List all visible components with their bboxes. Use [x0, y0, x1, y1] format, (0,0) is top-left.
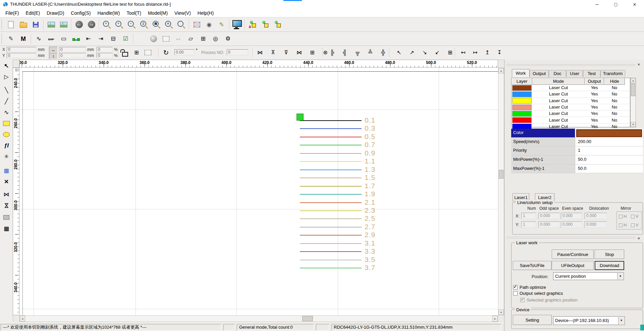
to-bottom-edge-button[interactable]: ↧: [494, 47, 504, 58]
layer-output[interactable]: Yes: [585, 85, 604, 91]
layer-row[interactable]: Laser Cut Yes No: [512, 111, 630, 117]
layer-color-swatch[interactable]: [512, 85, 532, 91]
scroll-down-button[interactable]: [498, 310, 504, 315]
test-line-label-2.7[interactable]: 2.7: [365, 223, 375, 231]
curve-tool-button[interactable]: ∿: [33, 33, 45, 45]
layer-row[interactable]: Laser Cut Yes No: [512, 104, 630, 111]
layer-output[interactable]: Yes: [585, 117, 604, 123]
simulate-run-button[interactable]: ◎: [209, 33, 222, 45]
layer-mode[interactable]: Laser Cut: [532, 91, 585, 97]
panel-close-icon[interactable]: [637, 62, 641, 67]
scale-y-field[interactable]: 0: [97, 53, 113, 58]
shear-tool-button[interactable]: ▱: [184, 33, 197, 45]
align-top-right-button[interactable]: ↗: [407, 47, 417, 58]
tab-transform[interactable]: Transform: [600, 70, 625, 77]
test-line-label-3.3[interactable]: 3.3: [365, 247, 375, 255]
test-line-3.1[interactable]: [300, 243, 362, 244]
menu-item-tool[interactable]: Tool(T): [123, 10, 145, 16]
grid-tool-button[interactable]: ▦: [1, 166, 11, 176]
save-to-ufile-button[interactable]: SaveToUFile: [513, 261, 551, 270]
text-tool-button[interactable]: M: [17, 33, 30, 45]
mirrorh-tool-button[interactable]: ⋈: [1, 189, 11, 199]
horizontal-scroll-thumb[interactable]: [302, 316, 313, 321]
layer-hide[interactable]: No: [604, 98, 625, 104]
vertical-scroll-thumb[interactable]: [499, 170, 503, 179]
test-line-0.3[interactable]: [300, 128, 362, 129]
test-line-2.9[interactable]: [300, 235, 362, 236]
test-line-label-1.7[interactable]: 1.7: [365, 182, 375, 190]
select-tool-button[interactable]: ↖: [1, 61, 11, 71]
height-lock-icon[interactable]: ↕: [49, 53, 58, 59]
close-lines-button[interactable]: ╦: [353, 47, 363, 58]
device-dropdown-icon[interactable]: [618, 317, 624, 324]
layer-color-swatch[interactable]: [512, 111, 532, 117]
dimension-left-button[interactable]: ⇤: [82, 33, 95, 45]
mirrorv-tool-button[interactable]: ⋈: [1, 200, 11, 210]
device-setting-button[interactable]: Setting: [513, 315, 552, 325]
measure-tool-button[interactable]: [1, 212, 11, 222]
save-file-button[interactable]: [30, 18, 42, 30]
test-line-0.9[interactable]: [300, 153, 362, 154]
printer-tool-button[interactable]: ⊟: [107, 33, 119, 45]
zoom-free-button[interactable]: [175, 18, 187, 30]
menu-item-model[interactable]: Model(M): [145, 10, 171, 16]
property-row-color[interactable]: Color: [511, 129, 643, 138]
delete-tool-button[interactable]: ✕: [1, 177, 11, 187]
layer-row[interactable]: Laser Cut Yes No: [512, 91, 630, 97]
tab-output[interactable]: Output: [530, 70, 549, 77]
blank-tool-button[interactable]: [135, 33, 147, 45]
array-tool-button[interactable]: ▩: [1, 223, 11, 234]
vertical-scrollbar[interactable]: [498, 68, 504, 315]
pause-continue-button[interactable]: Pause/Continue: [552, 250, 594, 259]
layer-scroll-up[interactable]: [631, 78, 636, 83]
polyline-tool-button[interactable]: ╱: [1, 96, 11, 106]
join-lines-button[interactable]: ╩: [365, 47, 375, 58]
position-combobox[interactable]: Current position: [553, 272, 624, 280]
zoom-to-selection-button[interactable]: A: [163, 18, 175, 30]
curve2-tool-button[interactable]: ∿: [1, 107, 11, 117]
maximize-button[interactable]: [606, 0, 625, 9]
menu-item-file[interactable]: File(F): [2, 10, 22, 16]
tab-user[interactable]: User: [566, 70, 583, 77]
layer-color-swatch[interactable]: [576, 129, 642, 137]
nine-point-origin-button[interactable]: ⊞: [131, 47, 142, 58]
layer-scroll-down[interactable]: [631, 122, 636, 127]
test-line-label-2.5[interactable]: 2.5: [365, 214, 375, 222]
pencil-tool-button[interactable]: ✎: [5, 33, 17, 45]
panel-tool-button[interactable]: ⊞: [197, 33, 209, 45]
layer-hide[interactable]: No: [604, 117, 625, 123]
rectangle-tool-button[interactable]: ▭: [57, 33, 70, 45]
to-top-edge-button[interactable]: ↥: [482, 47, 492, 58]
menu-item-view[interactable]: View(V): [171, 10, 194, 16]
property-row-priority[interactable]: Priority 1: [511, 146, 643, 155]
new-file-button[interactable]: [5, 18, 17, 30]
output-select-row[interactable]: Output select graphics: [513, 291, 563, 296]
layer-row[interactable]: Laser Cut Yes No: [512, 98, 630, 104]
test-line-0.1[interactable]: [300, 120, 362, 121]
test-line-label-0.9[interactable]: 0.9: [365, 149, 375, 157]
menu-item-edit[interactable]: Edit(E): [22, 10, 43, 16]
layer-output[interactable]: Yes: [585, 104, 604, 110]
shear-align-button[interactable]: ⋈: [294, 47, 304, 58]
test-line-2.7[interactable]: [300, 227, 362, 227]
laser-panel-close-icon[interactable]: [637, 236, 641, 241]
text2-tool-button[interactable]: ƒI: [1, 140, 11, 150]
test-line-1.3[interactable]: [300, 170, 362, 170]
selection-handle[interactable]: [297, 114, 304, 121]
test-line-label-2.1[interactable]: 2.1: [365, 198, 375, 206]
test-line-label-0.1[interactable]: 0.1: [365, 116, 375, 124]
scale-x-field[interactable]: 0: [97, 47, 113, 52]
track-ball-button[interactable]: ◉: [203, 18, 215, 30]
mirror-yh-checkbox[interactable]: [619, 223, 623, 227]
width-field[interactable]: 0: [59, 47, 86, 52]
layer-mode[interactable]: Laser Cut: [532, 98, 585, 104]
position-dropdown-icon[interactable]: [617, 273, 623, 279]
layer-hide[interactable]: No: [604, 111, 625, 117]
stop-button[interactable]: Stop: [595, 250, 624, 259]
test-line-label-1.5[interactable]: 1.5: [365, 174, 375, 182]
x-num-field[interactable]: 1: [521, 213, 536, 219]
test-line-0.7[interactable]: [300, 145, 362, 145]
bmp-tool-button[interactable]: BMP: [45, 33, 57, 45]
settings-gear-button[interactable]: ⚙: [222, 33, 234, 45]
node-edit-tool-button[interactable]: [70, 33, 82, 45]
